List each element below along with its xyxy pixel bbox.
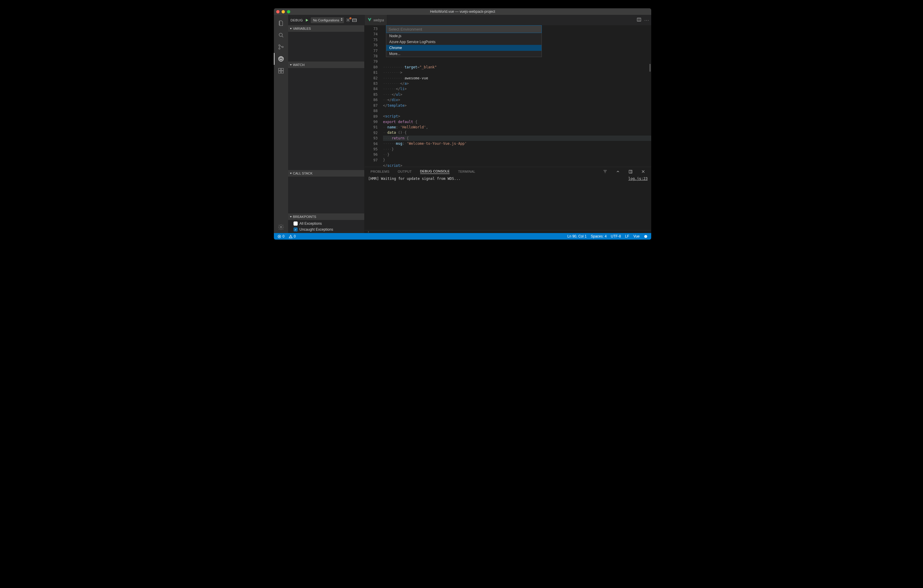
activity-settings[interactable] [274,221,288,233]
svg-rect-7 [279,71,281,73]
vscode-window: HelloWorld.vue — vuejs-webpack-project [274,8,651,240]
close-window-button[interactable] [276,10,279,13]
environment-input[interactable] [386,25,542,33]
env-item[interactable]: Chrome [386,45,542,51]
svg-point-18 [646,236,646,236]
breadcrumb-bar[interactable] [365,230,651,233]
more-actions-icon[interactable]: ··· [644,18,649,22]
activity-search[interactable] [274,29,288,41]
log-message: [HMR] Waiting for update signal from WDS… [368,177,461,230]
panel-up-icon[interactable] [616,169,620,174]
svg-point-3 [282,46,283,48]
section-watch: WATCH [288,62,364,170]
window-controls [276,10,290,13]
minimap-viewport[interactable] [649,64,650,72]
panel-tab[interactable]: DEBUG CONSOLE [420,169,450,174]
debug-title: DEBUG [291,18,303,22]
status-cursor[interactable]: Ln 90, Col 1 [566,234,588,238]
breakpoint-row[interactable]: ✓Uncaught Exceptions [288,227,364,232]
environment-list: Node.jsAzure App Service LogPointsChrome… [386,33,542,57]
svg-point-10 [280,226,282,228]
status-bar: 0 0 Ln 90, Col 1 Spaces: 4 UTF-8 LF Vue [274,233,651,240]
status-encoding[interactable]: UTF-8 [609,234,622,238]
log-source-link[interactable]: log.js:23 [628,177,648,230]
debug-config-dropdown[interactable]: No Configurations [311,17,344,23]
editor-area: webpa ··· 737475767778798081828384858687… [365,15,651,233]
line-gutter: 7374757677787980818283848586878889909192… [365,25,383,167]
svg-point-5 [280,57,282,59]
svg-rect-9 [281,68,283,71]
svg-point-11 [347,20,348,21]
tab-name: webpa [373,18,384,22]
svg-point-0 [279,33,282,36]
svg-rect-8 [281,71,283,73]
minimize-window-button[interactable] [282,10,285,13]
breakpoint-row[interactable]: All Exceptions [288,220,364,227]
svg-point-16 [644,235,647,238]
status-eol[interactable]: LF [624,234,631,238]
activity-debug[interactable] [274,53,288,65]
panel-maximize-icon[interactable] [628,169,633,174]
status-language[interactable]: Vue [632,234,641,238]
panel-tab[interactable]: TERMINAL [458,170,475,173]
section-breakpoints: BREAKPOINTS All Exceptions✓Uncaught Exce… [288,214,364,233]
status-errors[interactable]: 0 [276,234,286,238]
debug-console-toggle[interactable] [352,18,357,22]
activity-explorer[interactable] [274,17,288,29]
debug-config-gear[interactable] [346,18,350,22]
status-warnings[interactable]: 0 [287,234,297,238]
debug-sidebar: DEBUG No Configurations [288,15,365,233]
breakpoint-label: Uncaught Exceptions [299,227,333,232]
panel-tabs: PROBLEMSOUTPUTDEBUG CONSOLETERMINAL [365,167,651,176]
debug-header: DEBUG No Configurations [288,15,364,25]
activity-bar [274,15,288,233]
editor-tab[interactable]: webpa [365,15,387,25]
section-callstack: CALL STACK [288,170,364,214]
editor[interactable]: 7374757677787980818283848586878889909192… [365,25,651,167]
watch-header[interactable]: WATCH [288,62,364,68]
section-variables: VARIABLES [288,25,364,62]
breakpoint-label: All Exceptions [299,222,322,226]
debug-console-output[interactable]: [HMR] Waiting for update signal from WDS… [365,176,651,230]
split-editor-icon[interactable] [637,17,641,23]
breakpoint-checkbox[interactable]: ✓ [294,227,298,232]
config-badge-icon [350,17,351,19]
debug-config-label: No Configurations [313,18,339,22]
svg-point-1 [279,44,280,46]
start-debug-button[interactable] [305,18,309,22]
svg-rect-12 [352,19,356,21]
environment-picker: Node.jsAzure App Service LogPointsChrome… [386,25,542,57]
panel-close-icon[interactable] [641,169,645,174]
breakpoints-header[interactable]: BREAKPOINTS [288,214,364,220]
tab-bar: webpa ··· [365,15,651,25]
env-item[interactable]: More... [386,51,542,57]
titlebar: HelloWorld.vue — vuejs-webpack-project [274,8,651,15]
env-item[interactable]: Azure App Service LogPoints [386,39,542,45]
activity-extensions[interactable] [274,65,288,77]
vue-file-icon [368,18,372,23]
svg-rect-14 [629,170,632,173]
svg-rect-6 [279,68,281,71]
maximize-window-button[interactable] [287,10,290,13]
bottom-panel: PROBLEMSOUTPUTDEBUG CONSOLETERMINAL [365,167,651,230]
activity-scm[interactable] [274,41,288,53]
status-spaces[interactable]: Spaces: 4 [590,234,608,238]
variables-header[interactable]: VARIABLES [288,25,364,32]
status-feedback-icon[interactable] [642,235,649,238]
callstack-header[interactable]: CALL STACK [288,170,364,177]
window-title: HelloWorld.vue — vuejs-webpack-project [430,10,495,14]
panel-tab[interactable]: OUTPUT [398,170,412,173]
panel-tab[interactable]: PROBLEMS [371,170,389,173]
breakpoint-checkbox[interactable] [294,222,298,226]
env-item[interactable]: Node.js [386,33,542,39]
svg-point-2 [279,48,280,49]
panel-filter-icon[interactable] [603,169,608,174]
